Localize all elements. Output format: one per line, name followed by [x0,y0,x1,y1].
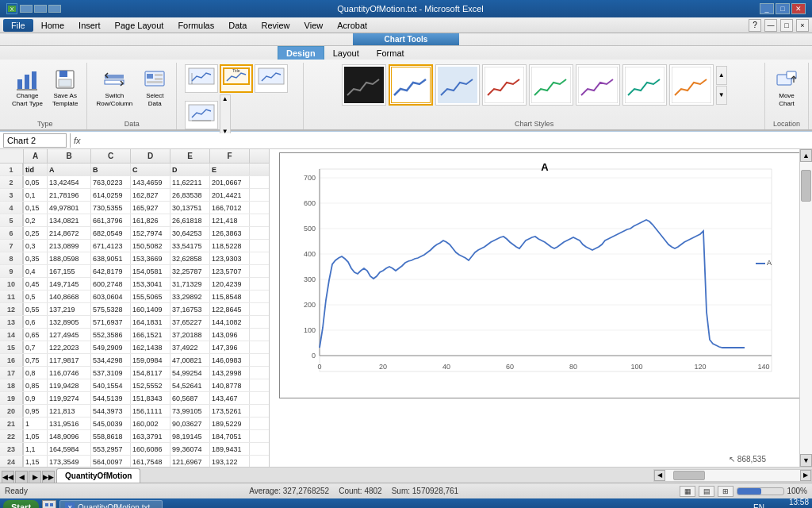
cell[interactable]: 0,3 [24,240,48,252]
style-8[interactable] [669,64,714,106]
cell[interactable]: 122,2023 [48,341,91,353]
scroll-up-button[interactable]: ▲ [800,149,812,162]
cell[interactable]: 661,3796 [91,214,131,226]
cell[interactable]: 173,3549 [48,456,91,467]
cell[interactable]: 0,55 [24,303,48,315]
cell[interactable]: 99,36074 [170,443,210,455]
cell[interactable]: 214,8672 [48,227,91,239]
tab-layout[interactable]: Layout [324,46,368,60]
cell[interactable]: 121,418 [210,214,250,226]
menu-home[interactable]: Home [35,19,71,32]
table-row[interactable]: 80,35188,0598638,9051153,366932,62858123… [0,252,269,265]
layout-scroll[interactable]: ▲ ▼ [220,94,231,136]
close-button[interactable]: ✕ [791,3,806,14]
cell[interactable]: 575,5328 [91,303,131,315]
cell[interactable]: 37,4922 [170,341,210,353]
cell[interactable]: 143,467 [210,392,250,404]
cell[interactable]: 540,1554 [91,379,131,391]
cell[interactable]: 49,97801 [48,202,91,214]
taskbar-excel-item[interactable]: X QuantityOfMotion.txt... [59,500,162,508]
table-row[interactable]: 130,6132,8905571,6937164,183137,65227144… [0,316,269,329]
cell[interactable]: 152,5552 [131,379,170,391]
cell[interactable]: 32,62858 [170,252,210,264]
menu-acrobat[interactable]: Acrobat [331,19,373,32]
cell[interactable]: 0,7 [24,341,48,353]
minimize-button[interactable]: _ [760,3,774,14]
cell[interactable]: 160,6086 [131,443,170,455]
col-header-f[interactable]: F [210,149,250,163]
cell[interactable]: 73,99105 [170,405,210,417]
scroll-track[interactable] [800,162,812,454]
cell[interactable]: 47,00821 [170,354,210,366]
style-5[interactable] [529,64,573,106]
menu-view[interactable]: View [298,19,330,32]
style-6[interactable] [576,64,620,106]
cell[interactable]: 37,20188 [170,329,210,341]
cell[interactable]: 164,5984 [48,443,91,455]
cell[interactable]: tid [24,164,48,175]
style-1[interactable] [342,64,386,106]
cell[interactable]: A [48,164,91,175]
cell[interactable]: 143,2998 [210,367,250,379]
table-row[interactable]: 120,55137,219575,5328160,140937,16753122… [0,303,269,316]
menu-data[interactable]: Data [222,19,253,32]
save-as-template-button[interactable]: Save AsTemplate [48,64,82,110]
table-row[interactable]: 231,1164,5984553,2957160,608699,36074189… [0,443,269,456]
cell[interactable]: 123,5707 [210,265,250,277]
cell[interactable]: 0,1 [24,189,48,201]
style-7[interactable] [622,64,667,106]
cell[interactable]: 165,927 [131,202,170,214]
move-chart-button[interactable]: MoveChart [770,64,803,110]
cell[interactable]: 544,3973 [91,405,131,417]
table-row[interactable]: 221,05148,9096558,8618163,379198,1914518… [0,430,269,443]
cell[interactable]: 11,62211 [170,176,210,188]
cell[interactable]: 119,9274 [48,392,91,404]
cell[interactable]: 193,122 [210,456,250,467]
cell[interactable]: 156,1111 [131,405,170,417]
cell[interactable]: 21,78196 [48,189,91,201]
cell[interactable]: 148,9096 [48,430,91,442]
cell[interactable]: 671,4123 [91,240,131,252]
start-button[interactable]: Start [3,500,39,508]
cell[interactable]: 30,64253 [170,227,210,239]
layout-1[interactable] [185,64,218,93]
styles-scroll-down[interactable]: ▼ [716,86,727,105]
cell[interactable]: 120,4239 [210,278,250,290]
cell[interactable]: 33,54175 [170,240,210,252]
table-row[interactable]: 100,45149,7145600,2748153,304131,7132912… [0,278,269,291]
cell[interactable]: 534,4298 [91,354,131,366]
cell[interactable]: 189,9431 [210,443,250,455]
cell[interactable]: 122,8645 [210,303,250,315]
cell[interactable]: 0,6 [24,316,48,328]
change-chart-type-button[interactable]: ChangeChart Type [8,64,47,110]
cell[interactable]: 54,52641 [170,379,210,391]
table-row[interactable]: 140,65127,4945552,3586166,152137,2018814… [0,329,269,341]
cell[interactable]: 571,6937 [91,316,131,328]
cell[interactable]: 166,7012 [210,202,250,214]
cell[interactable]: 143,096 [210,329,250,341]
table-row[interactable]: 241,15173,3549564,0097161,7548121,696719… [0,456,269,467]
cell[interactable]: C [131,164,170,175]
table-row[interactable]: 110,5140,8668603,0604155,506533,29892115… [0,291,269,303]
cell[interactable]: 201,4421 [210,189,250,201]
table-row[interactable]: 50,2134,0821661,3796161,82626,61818121,4… [0,214,269,227]
styles-scroll-up[interactable]: ▲ [716,66,727,85]
taskbar-show-desktop[interactable] [42,500,56,508]
cell[interactable]: 118,5228 [210,240,250,252]
cell[interactable]: 188,0598 [48,252,91,264]
table-row[interactable]: 1tidABCDE [0,164,269,176]
cell[interactable]: 162,827 [131,189,170,201]
cell[interactable]: 161,826 [131,214,170,226]
cell[interactable]: 144,1082 [210,316,250,328]
scroll-thumb[interactable] [801,170,811,202]
cell[interactable]: E [210,164,250,175]
menu-file[interactable]: File [3,19,33,32]
cell[interactable]: 213,0899 [48,240,91,252]
cell[interactable]: 0,35 [24,252,48,264]
cell[interactable]: 1,05 [24,430,48,442]
styles-scroll[interactable]: ▲ ▼ [716,66,727,105]
cell[interactable]: 545,0039 [91,418,131,429]
cell[interactable]: 31,71329 [170,278,210,290]
cell[interactable]: 0,05 [24,176,48,188]
cell[interactable]: 60,5687 [170,392,210,404]
